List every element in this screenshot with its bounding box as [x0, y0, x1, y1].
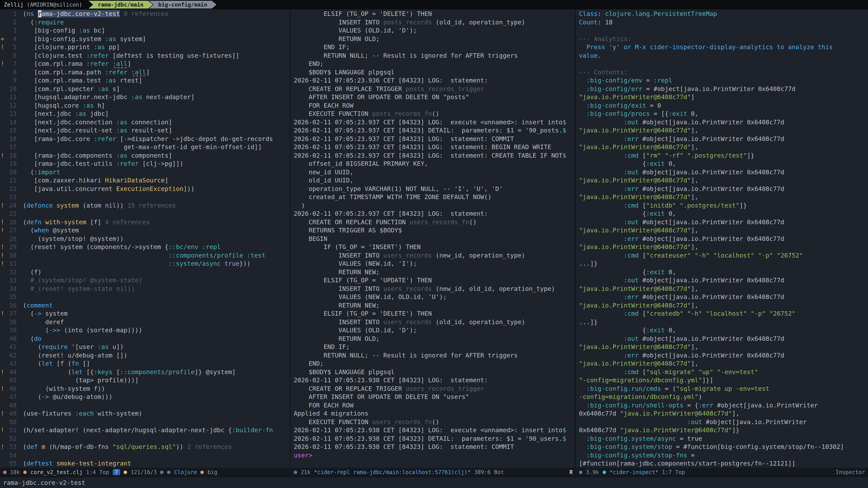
- buffer-line: 39 (->> (into (sorted-map)))): [0, 326, 290, 334]
- scroll-position: Top: [675, 469, 685, 475]
- code-token: 2026-02-11 07:05:23.937 CET [84323] LOG:…: [294, 152, 562, 159]
- code-token: :as: [105, 35, 116, 42]
- code-token: (new_id, old_id, operation_type): [432, 285, 555, 292]
- buffer-line: 54: [0, 451, 290, 459]
- code-token: [com.rpl.specter: [23, 85, 97, 92]
- code-token: :cmd: [624, 202, 639, 209]
- buffer-line: :big-config.system/async = true: [579, 434, 868, 443]
- lightbulb-icon: [124, 470, 127, 474]
- code-token: (: [23, 168, 34, 176]
- line-number: 27: [5, 226, 17, 234]
- code-token: ".postgres/test": [680, 202, 739, 209]
- code-token: [next.jdbc.connection: [23, 118, 116, 126]
- code-token: ]}: [747, 152, 754, 159]
- code-token: [next.jdbc.result-set: [23, 127, 116, 134]
- inspector-buffer[interactable]: Class: clojure.lang.PersistentTreeMapCou…: [576, 9, 868, 468]
- code-token: system: [41, 310, 68, 317]
- buffer-state-icon: [579, 470, 582, 474]
- line-number: 42: [5, 351, 17, 359]
- code-token: (: [23, 310, 34, 317]
- code-token: :: [597, 10, 605, 18]
- code-token: (: [23, 326, 49, 334]
- code-token: RETURN NEW;: [294, 268, 379, 275]
- code-token: :big-config.system/stop: [587, 443, 672, 450]
- code-token: ELSIF (TG_OP = 'DELETE') THEN: [294, 310, 432, 317]
- code-token: INSERT INTO: [294, 318, 383, 326]
- buffer-line: operation_type VARCHAR(1) NOT NULL, -- '…: [294, 185, 575, 193]
- code-token: [661, 152, 665, 159]
- code-token: [579, 335, 624, 342]
- code-token: (: [23, 368, 71, 376]
- code-token: posts_records_trigger: [406, 85, 484, 92]
- code-token: "sql/queries.sql": [113, 443, 176, 450]
- buffer-line: "java.io.PrintWriter@6408c77d"],: [579, 226, 868, 234]
- code-token: [hugsql.adapter.next-jdbc: [23, 93, 131, 101]
- gutter-marker: [0, 51, 5, 60]
- gutter-marker: [0, 301, 5, 310]
- code-token: :as: [94, 43, 105, 51]
- major-mode[interactable]: Clojure: [174, 469, 197, 475]
- code-token: #object[java.io.PrintWriter 0x6408c77d: [639, 118, 784, 126]
- line-number: 16: [5, 135, 17, 143]
- code-token: [big-config.system: [23, 35, 105, 42]
- buffer-line: :out #object[java.io.PrintWriter: [579, 418, 868, 426]
- buffer-line: !26(defn with-system [f] 4 references: [0, 218, 290, 226]
- code-token: {: [579, 268, 646, 275]
- gutter-marker: [0, 185, 5, 193]
- code-token: [clojure.pprint: [23, 43, 94, 51]
- gutter-marker: [0, 334, 5, 343]
- buffer-line: 0x6408c77d "java.io.PrintWriter@6408c77d…: [579, 426, 868, 434]
- buffer-line: 6 [clojure.test :refer [deftest is testi…: [0, 51, 290, 60]
- line-number: 40: [5, 334, 17, 343]
- repl-buffer[interactable]: ELSIF (TG_OP = 'DELETE') THEN INSERT INT…: [290, 9, 576, 468]
- code-token: "localhost": [706, 310, 747, 317]
- buffer-line: :big-config.run/shell-opts = {:err #obje…: [579, 401, 868, 410]
- code-token: :as: [116, 152, 127, 159]
- code-token: CREATE OR REPLACE TRIGGER: [294, 85, 406, 92]
- code-token: END IF;: [294, 43, 350, 51]
- code-token: :as: [79, 27, 90, 34]
- buffer-name[interactable]: *cider-repl rama-jdbc/main:localhost:577…: [314, 469, 471, 475]
- buffer-line: VALUES (OLD.id, 'D');: [294, 26, 575, 35]
- code-token: [579, 202, 624, 209]
- code-token: connection]: [127, 118, 172, 126]
- code-token: [694, 368, 698, 376]
- buffer-line: {:exit 0,: [579, 326, 868, 334]
- code-token: 2026-02-11 07:05:23.938 CET [84323] LOG:…: [294, 443, 514, 450]
- code-token: "initdb": [646, 202, 676, 209]
- tab-rama-jdbc-main[interactable]: rama-jdbc/main: [89, 1, 153, 8]
- gutter-marker: !: [0, 43, 5, 51]
- buffer-line: "java.io.PrintWriter@6408c77d"],: [579, 126, 868, 135]
- buffer-line: "java.io.PrintWriter@6408c77d"],: [579, 359, 868, 368]
- buffer-line: 11 [hugsql.adapter.next-jdbc :as next-ad…: [0, 93, 290, 101]
- code-token: [com.zaxxer.hikari: [23, 176, 105, 184]
- buffer-line: VALUES (NEW.id, OLD.id, 'U');: [294, 293, 575, 301]
- code-token: (: [23, 443, 27, 450]
- code-token: 0,: [665, 326, 676, 334]
- code-token: 4 references: [101, 218, 150, 226]
- code-token: "localhost": [713, 252, 754, 259]
- buffer-name[interactable]: core_v2_test.clj: [30, 469, 83, 475]
- buffer-line: "java.io.PrintWriter@6408c77d"],: [579, 176, 868, 185]
- buffer-line: :cmd ["createuser" "-h" "localhost" "-p"…: [579, 251, 868, 259]
- buffer-line: INSERT INTO users_records (new_id, opera…: [294, 251, 575, 259]
- buffer-line: !53(def m (h/map-of-db-fns "sql/queries.…: [0, 443, 290, 451]
- buffer-line: INSERT INTO users_records (new_id, old_i…: [294, 285, 575, 293]
- gutter-marker: !: [0, 443, 5, 451]
- code-token: Applied 4 migrations: [294, 410, 368, 417]
- buffer-line: 2026-02-11 07:05:23.937 CET [84323] LOG:…: [294, 135, 575, 143]
- code-token: :refer: [86, 52, 109, 59]
- project-name[interactable]: big: [208, 469, 217, 475]
- editor-buffer[interactable]: 1(ns rama-jdbc.core-v2-test 0 references…: [0, 9, 290, 468]
- buffer-name[interactable]: *cider-inspect*: [609, 469, 658, 475]
- code-token: --- Analytics:: [579, 35, 631, 42]
- tab-big-config-main[interactable]: big-config/main: [149, 1, 217, 8]
- diagnostics-count[interactable]: 121/16/3: [131, 469, 157, 475]
- code-token: (: [23, 202, 27, 209]
- code-token: })): [239, 260, 250, 267]
- buffer-line: ...]}: [579, 259, 868, 268]
- buffer-line: RETURN NULL; -- Result is ignored for AF…: [294, 351, 575, 359]
- buffer-line: VALUES (NEW.id, 'I');: [294, 259, 575, 268]
- gutter-marker: !: [0, 384, 5, 393]
- code-token: {: [579, 160, 646, 167]
